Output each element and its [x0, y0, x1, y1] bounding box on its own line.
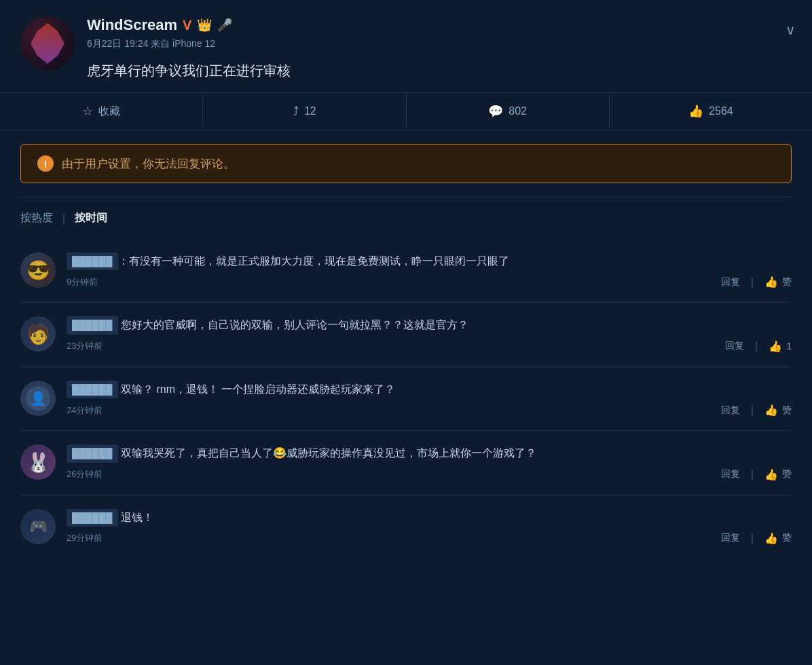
comment-text-1: ██████：有没有一种可能，就是正式服加大力度，现在是免费测试，睁一只眼闭一只… [67, 252, 792, 270]
comment-username-3: ██████ [67, 381, 118, 398]
comment-text-2: ██████ 您好大的官威啊，自己说的双输，别人评论一句就拉黑？？这就是官方？ [67, 316, 792, 334]
comment-actions-4: 回复 | 👍 赞 [721, 468, 792, 481]
post-meta: WindScream V 👑 🎤 6月22日 19:24 来自 iPhone 1… [87, 16, 792, 81]
like-count: 2564 [709, 105, 733, 117]
thumbs-up-icon: 👍 [769, 340, 782, 353]
action-comment[interactable]: 💬 802 [407, 93, 610, 130]
comment-item: 🐰 ██████ 双输我哭死了，真把自己当人了😂威胁玩家的操作真没见过，市场上就… [20, 431, 792, 495]
comment-avatar-3: 👤 [20, 381, 56, 416]
avatar-placeholder-3: 👤 [26, 386, 50, 411]
thumbs-up-icon: 👍 [764, 532, 778, 545]
action-collect[interactable]: ☆ 收藏 [0, 93, 203, 130]
thumbs-up-icon: 👍 [764, 276, 778, 288]
comment-time-2: 23分钟前 [67, 340, 103, 352]
actions-divider-4: | [751, 468, 754, 480]
actions-divider-2: | [755, 340, 758, 352]
comment-username-5: ██████ [67, 509, 118, 527]
comment-time-4: 26分钟前 [67, 468, 103, 480]
actions-divider-5: | [751, 532, 754, 544]
actions-divider-1: | [751, 276, 754, 288]
action-bar: ☆ 收藏 ⤴ 12 💬 802 👍 2564 [0, 92, 812, 130]
like-button-4[interactable]: 👍 赞 [764, 468, 792, 481]
badge-verified: V [183, 18, 191, 33]
comment-item: 👤 ██████ 双输？ rnm，退钱！ 一个捏脸启动器还威胁起玩家来了？ 24… [20, 367, 792, 431]
like-count-2: 1 [786, 341, 792, 352]
like-button-1[interactable]: 👍 赞 [764, 276, 792, 288]
post-username: WindScream [87, 16, 177, 34]
post-content: 虎牙单行的争议我们正在进行审核 [87, 60, 792, 81]
comment-item: 🎮 ██████ 退钱！ 29分钟前 回复 | 👍 赞 [20, 495, 792, 558]
comment-icon: 💬 [488, 104, 503, 119]
comment-avatar-4: 🐰 [20, 444, 56, 480]
comment-actions-3: 回复 | 👍 赞 [721, 404, 792, 417]
comment-body-2: ██████ 您好大的官威啊，自己说的双输，别人评论一句就拉黑？？这就是官方？ … [67, 316, 792, 352]
action-share[interactable]: ⤴ 12 [203, 93, 406, 130]
sort-divider: | [62, 212, 65, 225]
action-like[interactable]: 👍 2564 [610, 93, 812, 130]
comment-actions-2: 回复 | 👍 1 [725, 340, 792, 353]
comment-avatar-2: 🧑 [20, 316, 56, 352]
like-button-5[interactable]: 👍 赞 [764, 532, 792, 545]
badge-crown: 👑 [197, 18, 212, 33]
comment-avatar-5: 🎮 [20, 509, 56, 544]
notice-icon: ! [37, 155, 54, 172]
comment-username-4: ██████ [67, 444, 118, 462]
actions-divider-3: | [751, 404, 754, 417]
comment-count: 802 [509, 105, 527, 117]
thumbs-up-icon: 👍 [764, 404, 778, 417]
comment-actions-5: 回复 | 👍 赞 [721, 532, 792, 545]
post-time: 6月22日 19:24 来自 iPhone 12 [87, 38, 792, 50]
comment-body-3: ██████ 双输？ rnm，退钱！ 一个捏脸启动器还威胁起玩家来了？ 24分钟… [67, 381, 792, 417]
comment-text-3: ██████ 双输？ rnm，退钱！ 一个捏脸启动器还威胁起玩家来了？ [67, 381, 792, 398]
comment-avatar-1: 😎 [20, 252, 56, 288]
like-icon: 👍 [688, 104, 703, 119]
like-button-2[interactable]: 👍 1 [769, 340, 792, 353]
reply-button-5[interactable]: 回复 [721, 532, 740, 544]
comment-item: 🧑 ██████ 您好大的官威啊，自己说的双输，别人评论一句就拉黑？？这就是官方… [20, 303, 792, 366]
comment-item: 😎 ██████：有没有一种可能，就是正式服加大力度，现在是免费测试，睁一只眼闭… [20, 239, 792, 303]
reply-button-4[interactable]: 回复 [721, 468, 740, 480]
comment-body-1: ██████：有没有一种可能，就是正式服加大力度，现在是免费测试，睁一只眼闭一只… [67, 252, 792, 288]
like-count-4: 赞 [782, 468, 792, 480]
comment-username-1: ██████ [67, 252, 118, 270]
comment-username-2: ██████ [67, 316, 118, 334]
like-count-1: 赞 [782, 276, 792, 288]
comments-list: 😎 ██████：有没有一种可能，就是正式服加大力度，现在是免费测试，睁一只眼闭… [0, 239, 812, 558]
notice-bar: ! 由于用户设置，你无法回复评论。 [20, 144, 792, 183]
badge-mic: 🎤 [217, 18, 232, 33]
comment-text-5: ██████ 退钱！ [67, 509, 792, 527]
thumbs-up-icon: 👍 [764, 468, 778, 481]
reply-button-2[interactable]: 回复 [725, 340, 744, 352]
comment-text-4: ██████ 双输我哭死了，真把自己当人了😂威胁玩家的操作真没见过，市场上就你一… [67, 444, 792, 462]
like-count-3: 赞 [782, 404, 792, 417]
comment-actions-1: 回复 | 👍 赞 [721, 276, 792, 288]
comment-body-4: ██████ 双输我哭死了，真把自己当人了😂威胁玩家的操作真没见过，市场上就你一… [67, 444, 792, 480]
sort-tab-time[interactable]: 按时间 [75, 208, 107, 228]
comment-time-3: 24分钟前 [67, 404, 103, 417]
post-avatar [20, 16, 75, 71]
reply-button-3[interactable]: 回复 [721, 404, 740, 417]
comment-time-1: 9分钟前 [67, 276, 98, 288]
star-icon: ☆ [82, 104, 93, 119]
sort-tab-hot[interactable]: 按热度 [20, 208, 53, 228]
comment-body-5: ██████ 退钱！ 29分钟前 回复 | 👍 赞 [67, 509, 792, 545]
share-count: 12 [304, 105, 316, 117]
collect-label: 收藏 [98, 104, 120, 119]
reply-button-1[interactable]: 回复 [721, 276, 740, 288]
notice-text: 由于用户设置，你无法回复评论。 [62, 156, 235, 172]
like-button-3[interactable]: 👍 赞 [764, 404, 792, 417]
share-icon: ⤴ [293, 104, 299, 119]
post-header: WindScream V 👑 🎤 6月22日 19:24 来自 iPhone 1… [0, 0, 812, 92]
chevron-down-icon[interactable]: ∨ [786, 22, 796, 38]
comment-time-5: 29分钟前 [67, 532, 103, 544]
like-count-5: 赞 [782, 532, 792, 544]
sort-tabs: 按热度 | 按时间 [0, 197, 812, 239]
